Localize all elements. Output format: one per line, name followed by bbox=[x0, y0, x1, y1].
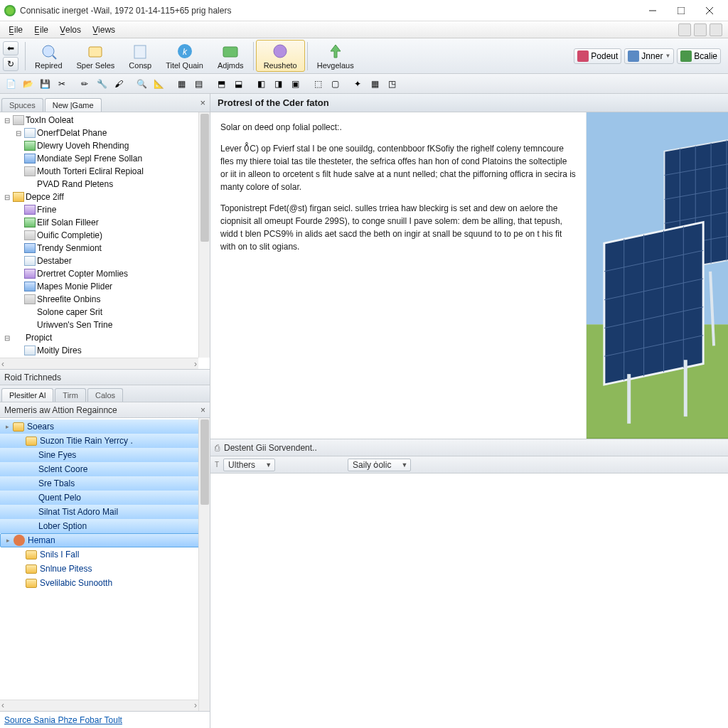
content-pane: Protresl of the Cder faton Solar on deed… bbox=[210, 94, 728, 728]
menu-item[interactable]: E̲ile bbox=[3, 23, 28, 36]
tree-row[interactable]: Solone caper Srit bbox=[0, 306, 210, 318]
resource-row[interactable]: Lober Sption bbox=[0, 519, 210, 533]
toolbar-icon[interactable] bbox=[694, 23, 707, 36]
tree-row[interactable]: Ouific Completie) bbox=[0, 229, 210, 242]
tool-icon[interactable]: ◧ bbox=[253, 76, 269, 92]
icon-toolbar: 📄 📂 💾 ✂ ✏ 🔧 🖌 🔍 📐 ▦ ▤ ⬒ ⬓ ◧ ◨ ▣ ⬚ ▢ ✦ ▦ … bbox=[0, 74, 728, 94]
resource-row[interactable]: ▸Heman bbox=[0, 533, 210, 547]
tool-icon[interactable]: 🔧 bbox=[94, 76, 109, 92]
tab-calos[interactable]: Calos bbox=[87, 388, 123, 402]
tree-row[interactable]: Elif Solan Filleer bbox=[0, 216, 210, 229]
tree-row[interactable]: Mapes Monie Plider bbox=[0, 280, 210, 293]
tab-spuces[interactable]: Spuces bbox=[1, 98, 43, 112]
menu-item[interactable]: V̲elos bbox=[54, 23, 87, 36]
tree-row[interactable]: Mondiate Sepl Frene Sollan bbox=[0, 152, 210, 165]
tree-row[interactable]: Mouth Torteri Ecliral Repioal bbox=[0, 165, 210, 178]
tool-icon[interactable]: 📄 bbox=[3, 76, 18, 92]
tool-icon[interactable]: ▣ bbox=[287, 76, 303, 92]
tool-icon[interactable]: ▤ bbox=[191, 76, 206, 92]
resource-row[interactable]: Snils I Fall bbox=[0, 547, 210, 562]
tree-row[interactable]: ⊟Onerf'Delat Phane bbox=[0, 127, 210, 139]
tool-icon[interactable]: ◳ bbox=[384, 76, 400, 92]
dropdown-ulthers[interactable]: Ulthers▼ bbox=[223, 459, 275, 471]
tree-row[interactable]: ⊟Depce 2iff bbox=[0, 191, 210, 203]
tree-row[interactable]: Dlewry Uoveh Rhending bbox=[0, 139, 210, 152]
resource-row[interactable]: Sre Tbals bbox=[0, 476, 210, 491]
menubar: E̲ile E̲ile V̲elos V̲iews bbox=[0, 21, 728, 38]
tool-icon[interactable]: 💾 bbox=[37, 76, 53, 92]
section-header: Roid Trichneds bbox=[0, 370, 210, 385]
maximize-button[interactable] bbox=[667, 1, 695, 20]
tool-icon[interactable]: ▦ bbox=[367, 76, 382, 92]
tree-row[interactable]: Drertret Copter Momlies bbox=[0, 267, 210, 280]
tool-icon[interactable]: ▦ bbox=[173, 76, 189, 92]
tool-icon[interactable]: 🔍 bbox=[134, 76, 149, 92]
toolbar-button-titelquain[interactable]: kTitel Quain bbox=[159, 41, 210, 71]
tool-icon[interactable]: ✦ bbox=[350, 76, 365, 92]
resource-row[interactable]: Suzon Titie Rain Yerrcy . bbox=[0, 434, 210, 448]
resource-row[interactable]: Silnat Tist Adoro Mail bbox=[0, 505, 210, 519]
tool-icon[interactable]: 📐 bbox=[151, 76, 166, 92]
scrollbar-horizontal[interactable]: ‹› bbox=[0, 358, 198, 369]
resource-row[interactable]: Sine Fyes bbox=[0, 448, 210, 462]
right-tool-jnner[interactable]: Jnner▼ bbox=[624, 48, 674, 64]
close-button[interactable] bbox=[695, 1, 724, 20]
tab-tirm[interactable]: Tirm bbox=[55, 388, 86, 402]
tab-plesitler[interactable]: Plesitler Al bbox=[1, 388, 53, 402]
toolbar-icon[interactable] bbox=[678, 23, 691, 36]
resource-row[interactable]: Sclent Coore bbox=[0, 462, 210, 476]
tree-row[interactable]: Moitly Dires bbox=[0, 344, 210, 357]
close-icon[interactable]: × bbox=[200, 405, 205, 415]
tree-row[interactable]: ⊟Propict bbox=[0, 331, 210, 344]
resource-row[interactable]: ▸Soears bbox=[0, 419, 210, 434]
svg-line-5 bbox=[53, 55, 56, 59]
dropdown-saily[interactable]: Saily ȯolic▼ bbox=[348, 459, 411, 471]
tool-icon[interactable]: ◨ bbox=[270, 76, 286, 92]
tool-icon[interactable]: ⬓ bbox=[230, 76, 246, 92]
tree-row[interactable]: Destaber bbox=[0, 255, 210, 267]
tool-icon[interactable]: 📂 bbox=[20, 76, 36, 92]
tool-icon[interactable]: ▢ bbox=[327, 76, 343, 92]
tool-icon[interactable]: ⬚ bbox=[310, 76, 326, 92]
nav-back-button[interactable]: ⬅ bbox=[3, 41, 18, 55]
toolbar-button-consp[interactable]: Consp bbox=[122, 41, 159, 71]
scrollbar-vertical[interactable] bbox=[198, 418, 210, 711]
tree-row[interactable]: Trendy Senmiont bbox=[0, 242, 210, 255]
toolbar-button-sperseles[interactable]: Sper Seles bbox=[70, 41, 122, 71]
toolbar-button-repired[interactable]: Repired bbox=[28, 41, 70, 71]
close-icon[interactable]: × bbox=[200, 97, 205, 108]
source-link[interactable]: Source Sania Phze Fobar Toult bbox=[4, 715, 122, 725]
toolbar-icon[interactable] bbox=[710, 23, 722, 36]
solar-panel-image bbox=[586, 112, 728, 439]
tool-icon[interactable]: ⬒ bbox=[213, 76, 229, 92]
refresh-button[interactable]: ↻ bbox=[3, 57, 18, 71]
project-tree[interactable]: ⊟ToxIn Ooleat⊟Onerf'Delat PhaneDlewry Uo… bbox=[0, 112, 210, 370]
toolbar-button-hevgelaus[interactable]: Hevgelaus bbox=[310, 41, 361, 71]
tree-row[interactable]: Frine bbox=[0, 203, 210, 216]
tool-icon[interactable]: ✂ bbox=[54, 76, 70, 92]
resource-row[interactable]: Quent Pelo bbox=[0, 491, 210, 505]
resource-tree[interactable]: ▸SoearsSuzon Titie Rain Yerrcy .Sine Fye… bbox=[0, 418, 210, 711]
tree-row[interactable]: PVAD Rand Pletens bbox=[0, 178, 210, 191]
svg-rect-6 bbox=[89, 47, 102, 57]
toolbar-button-reusheto[interactable]: Reusheto bbox=[256, 40, 305, 72]
right-tool-bcalie[interactable]: Bcalie bbox=[677, 48, 721, 64]
menu-item[interactable]: V̲iews bbox=[87, 23, 121, 36]
filter-strip: ⎙ Destent Gii Sorvendent.. bbox=[210, 439, 728, 456]
tab-newgame[interactable]: New |Game bbox=[45, 98, 102, 112]
minimize-button[interactable] bbox=[638, 1, 667, 20]
svg-rect-23 bbox=[604, 222, 703, 385]
tree-row[interactable]: ⊟ToxIn Ooleat bbox=[0, 114, 210, 127]
tool-icon[interactable]: ✏ bbox=[77, 76, 92, 92]
resource-row[interactable]: Snlnue Pitess bbox=[0, 562, 210, 576]
menu-item[interactable]: E̲ile bbox=[28, 23, 54, 36]
scrollbar-horizontal[interactable]: ‹› bbox=[0, 700, 198, 711]
scrollbar-vertical[interactable] bbox=[198, 112, 210, 358]
tool-icon[interactable]: 🖌 bbox=[111, 76, 127, 92]
resource-row[interactable]: Svelilabic Sunootth bbox=[0, 576, 210, 590]
navigator-tabs: Spuces New |Game × bbox=[0, 94, 210, 112]
right-tool-podeut[interactable]: Podeut bbox=[574, 48, 621, 64]
tree-row[interactable]: Uriwven's Sen Trine bbox=[0, 318, 210, 331]
toolbar-button-adjmds[interactable]: Adjmds bbox=[210, 41, 251, 71]
tree-row[interactable]: Shreefite Onbins bbox=[0, 293, 210, 306]
